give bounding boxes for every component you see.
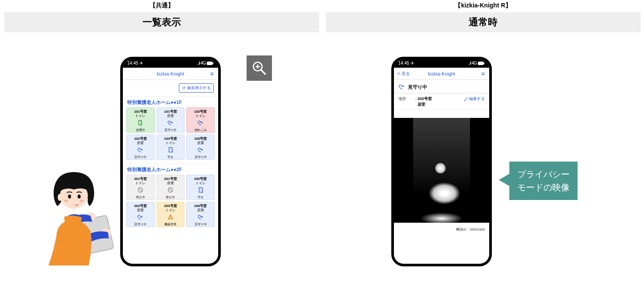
phone-detail: 14:45 ✈ ..ıl 4G < 戻る kizkia-Knight ≡ 見守り… [391, 57, 492, 266]
battery-icon [478, 62, 485, 65]
status-time: 14:45 ✈ [127, 61, 143, 65]
room-grid: 201号室トイレ停止中201号室居室停止中202号室トイレ空き202号室居室見守… [123, 175, 218, 231]
status-bar: 14:45 ✈ ..ıl 4G [394, 59, 489, 68]
tile-room: 201号室 [134, 177, 147, 181]
tile-status: 停止中 [136, 195, 145, 199]
tile-status-icon [137, 147, 143, 154]
tile-status-icon [167, 147, 174, 154]
tile-status: 見守り中 [134, 222, 146, 226]
title-left: 一覧表示 [4, 12, 319, 32]
status-time: 14:45 ✈ [398, 61, 414, 65]
tile-type: トイレ [195, 181, 206, 186]
battery-icon [207, 62, 214, 65]
room-tile[interactable]: 202号室トイレ空き [186, 175, 215, 200]
tile-room: 101号室 [164, 110, 177, 114]
bracket-label-left: 【共通】 [4, 2, 319, 10]
tile-status-icon [137, 214, 143, 221]
tile-room: 103号室 [164, 137, 177, 141]
tile-type: トイレ [165, 141, 176, 145]
tile-room: 102号室 [194, 110, 207, 114]
tile-type: トイレ [135, 114, 146, 118]
room-tile[interactable]: 201号室トイレ停止中 [126, 175, 155, 200]
zoom-plus-icon [251, 60, 267, 76]
nurse-illustration [33, 165, 116, 270]
tile-status-icon [167, 187, 174, 194]
floor-title: 特別養護老人ホーム●●2F [123, 163, 218, 175]
refresh-label: 最新表示する [187, 85, 211, 91]
tile-type: 居室 [137, 208, 144, 213]
svg-rect-7 [484, 62, 484, 64]
refresh-row: 最新表示する [123, 80, 218, 96]
tile-type: トイレ [165, 208, 176, 213]
tile-status-icon [198, 214, 204, 221]
tile-status: 見守り中 [195, 222, 207, 226]
tile-room: 201号室 [164, 177, 177, 181]
svg-point-13 [78, 195, 81, 199]
tile-type: 居室 [167, 181, 174, 186]
app-header: < 戻る kizkia-Knight ≡ [394, 68, 489, 80]
tile-type: トイレ [135, 181, 146, 186]
tile-room: 203号室 [164, 204, 177, 208]
tile-status-icon [167, 214, 174, 221]
room-tile[interactable]: 101号室トイレ使用中 [126, 107, 155, 133]
tile-type: トイレ [195, 114, 206, 118]
tile-status: 機器異常 [164, 222, 177, 226]
phone-list: 14:45 ✈ ..ıl 4G kizkia-Knight ≡ 最新表示する 特… [120, 57, 221, 266]
tile-status-icon [137, 187, 143, 194]
room-tile[interactable]: 203号室居室見守り中 [186, 202, 215, 227]
tile-status-icon [198, 120, 204, 127]
tile-type: 居室 [167, 114, 174, 118]
room-tile[interactable]: 103号室トイレ空き [157, 134, 185, 160]
room-tile[interactable]: 103号室居室見守り中 [186, 134, 215, 160]
tile-type: 居室 [137, 141, 144, 145]
app-header: kizkia-Knight ≡ [123, 68, 218, 80]
svg-point-16 [58, 194, 62, 201]
room-tile[interactable]: 102号室トイレ倒れこみ [186, 107, 215, 133]
tile-type: 居室 [197, 208, 204, 213]
hamburger-icon[interactable]: ≡ [481, 71, 485, 77]
tile-status: 空き [198, 195, 204, 199]
tile-room: 202号室 [134, 204, 147, 208]
tile-status-icon [167, 120, 174, 127]
room-tile[interactable]: 203号室トイレ機器異常 [157, 202, 185, 227]
tile-status: 空き [167, 155, 174, 159]
tile-status: 使用中 [136, 128, 145, 132]
tile-status: 見守り中 [164, 128, 177, 132]
tile-room: 103号室 [194, 137, 207, 141]
signal-icon: ..ıl 4G [468, 61, 477, 65]
tile-status-icon [198, 147, 204, 154]
bracket-label-right: 【kizkia-Knight R】 [326, 2, 641, 10]
pencil-icon [464, 97, 468, 101]
edit-button[interactable]: 編集する [464, 96, 485, 102]
svg-point-14 [64, 200, 68, 202]
back-button[interactable]: < 戻る [397, 71, 410, 77]
refresh-icon [182, 86, 186, 90]
tile-room: 203号室 [194, 204, 207, 208]
room-tile[interactable]: 202号室居室見守り中 [126, 202, 155, 227]
svg-line-1 [261, 70, 266, 75]
tile-type: 居室 [197, 141, 204, 145]
title-right: 通常時 [326, 12, 641, 32]
privacy-video [394, 118, 489, 223]
room-tile[interactable]: 101号室居室見守り中 [157, 107, 185, 133]
tile-room: 202号室 [194, 177, 207, 181]
signal-icon: ..ıl 4G [197, 61, 206, 65]
floor-title: 特別養護老人ホーム●●1F [123, 96, 218, 107]
refresh-button[interactable]: 最新表示する [179, 83, 214, 93]
room-tile[interactable]: 102号室居室見守り中 [126, 134, 155, 160]
place-label: 場所 [398, 96, 414, 102]
status-bar: 14:45 ✈ ..ıl 4G [123, 59, 218, 68]
svg-point-15 [80, 200, 84, 202]
zoom-button[interactable] [247, 55, 272, 81]
room-tile[interactable]: 201号室居室停止中 [157, 175, 185, 200]
thermal-image [413, 118, 470, 223]
tile-status: 倒れこみ [195, 128, 207, 132]
tile-room: 102号室 [134, 137, 147, 141]
watch-status-header: 見守り中 [394, 80, 489, 93]
hamburger-icon[interactable]: ≡ [210, 71, 214, 77]
status-right: ..ıl 4G [197, 61, 214, 65]
tile-status: 見守り中 [195, 155, 207, 159]
tile-status: 見守り中 [134, 155, 146, 159]
svg-point-12 [68, 195, 71, 199]
status-right: ..ıl 4G [468, 61, 485, 65]
